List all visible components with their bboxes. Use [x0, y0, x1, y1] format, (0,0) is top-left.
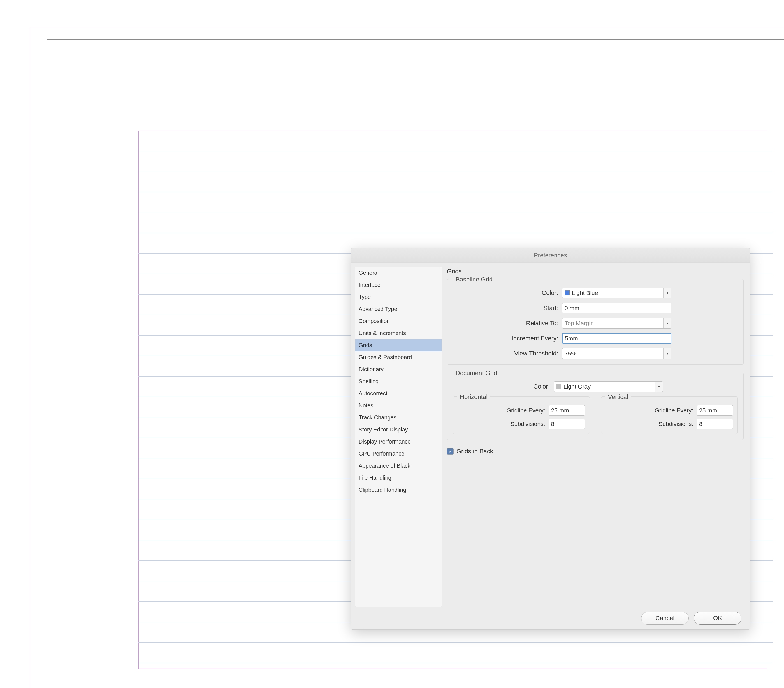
ok-button[interactable]: OK [694, 612, 741, 625]
baseline-grid-group: Baseline Grid Color: Light Blue ▾ Start: [447, 279, 744, 365]
sidebar-item-gpu-performance[interactable]: GPU Performance [355, 448, 441, 460]
docgrid-vertical-legend: Vertical [605, 392, 631, 402]
color-swatch-icon [565, 290, 570, 295]
vert-subdiv-value[interactable] [699, 419, 730, 429]
baseline-view-value: 75% [565, 350, 576, 357]
horiz-subdiv-value[interactable] [551, 419, 583, 429]
sidebar-item-notes[interactable]: Notes [355, 399, 441, 412]
horiz-subdiv-input[interactable] [548, 419, 585, 429]
sidebar-item-dictionary[interactable]: Dictionary [355, 363, 441, 375]
docgrid-horizontal-legend: Horizontal [457, 392, 490, 402]
baseline-relative-select[interactable]: Top Margin ▾ [562, 318, 671, 328]
dialog-title: Preferences [351, 248, 750, 263]
horiz-gridline-row: Gridline Every: [458, 405, 585, 416]
docgrid-color-row: Color: Light Gray ▾ [453, 381, 738, 392]
sidebar-item-guides-pasteboard[interactable]: Guides & Pasteboard [355, 351, 441, 363]
baseline-increment-row: Increment Every: [453, 333, 738, 344]
baseline-relative-value: Top Margin [565, 320, 594, 327]
baseline-start-input[interactable] [562, 303, 671, 313]
vert-gridline-row: Gridline Every: [606, 405, 733, 416]
checkbox-checked-icon[interactable]: ✓ [447, 448, 454, 455]
docgrid-horizontal-group: Horizontal Gridline Every: Subdivisions: [453, 396, 590, 434]
sidebar-item-autocorrect[interactable]: Autocorrect [355, 388, 441, 399]
sidebar-item-interface[interactable]: Interface [355, 279, 441, 291]
cancel-button-label: Cancel [656, 615, 674, 622]
chevron-down-icon: ▾ [663, 288, 671, 298]
baseline-relative-row: Relative To: Top Margin ▾ [453, 318, 738, 328]
document-grid-group: Document Grid Color: Light Gray ▾ Horizo… [447, 373, 744, 440]
baseline-start-label: Start: [453, 304, 562, 312]
sidebar-item-composition[interactable]: Composition [355, 315, 441, 327]
sidebar-item-display-performance[interactable]: Display Performance [355, 436, 441, 448]
sidebar-item-units-increments[interactable]: Units & Increments [355, 327, 441, 339]
horiz-gridline-input[interactable] [548, 405, 585, 416]
horiz-gridline-label: Gridline Every: [458, 407, 548, 414]
dialog-footer: Cancel OK [351, 607, 750, 629]
baseline-view-select[interactable]: 75% ▾ [562, 348, 671, 359]
sidebar-item-general[interactable]: General [355, 267, 441, 279]
chevron-down-icon: ▾ [663, 318, 671, 328]
document-grid-legend: Document Grid [453, 368, 500, 378]
horiz-subdiv-label: Subdivisions: [458, 421, 548, 427]
grids-panel: Grids Baseline Grid Color: Light Blue ▾ [447, 267, 746, 607]
dialog-title-text: Preferences [534, 252, 567, 259]
baseline-grid-legend: Baseline Grid [453, 275, 496, 284]
vert-gridline-label: Gridline Every: [606, 407, 697, 414]
baseline-view-row: View Threshold: 75% ▾ [453, 348, 738, 359]
docgrid-color-value: Light Gray [563, 383, 591, 390]
sidebar-item-clipboard-handling[interactable]: Clipboard Handling [355, 484, 441, 496]
chevron-down-icon: ▾ [655, 381, 663, 392]
grids-in-back-label: Grids in Back [456, 448, 493, 455]
baseline-color-value: Light Blue [572, 290, 598, 296]
grids-in-back-row[interactable]: ✓ Grids in Back [447, 448, 744, 455]
sidebar-item-grids[interactable]: Grids [355, 339, 441, 351]
docgrid-vertical-group: Vertical Gridline Every: Subdivisions: [601, 396, 738, 434]
cancel-button[interactable]: Cancel [641, 612, 689, 625]
vert-gridline-input[interactable] [697, 405, 733, 416]
vert-subdiv-row: Subdivisions: [606, 419, 733, 429]
dialog-body: GeneralInterfaceTypeAdvanced TypeComposi… [351, 263, 750, 607]
panel-heading: Grids [447, 268, 744, 275]
vert-subdiv-label: Subdivisions: [606, 421, 697, 427]
docgrid-color-select[interactable]: Light Gray ▾ [554, 381, 663, 392]
baseline-increment-value[interactable] [565, 333, 669, 343]
sidebar-item-track-changes[interactable]: Track Changes [355, 412, 441, 424]
sidebar-item-file-handling[interactable]: File Handling [355, 472, 441, 484]
baseline-color-row: Color: Light Blue ▾ [453, 288, 738, 298]
sidebar-item-spelling[interactable]: Spelling [355, 375, 441, 388]
baseline-color-label: Color: [453, 289, 562, 297]
preferences-categories-sidebar: GeneralInterfaceTypeAdvanced TypeComposi… [355, 267, 442, 607]
sidebar-item-type[interactable]: Type [355, 291, 441, 303]
preferences-dialog: Preferences GeneralInterfaceTypeAdvanced… [351, 248, 750, 630]
horiz-subdiv-row: Subdivisions: [458, 419, 585, 429]
baseline-color-select[interactable]: Light Blue ▾ [562, 288, 671, 298]
color-swatch-icon [556, 384, 561, 389]
sidebar-item-story-editor-display[interactable]: Story Editor Display [355, 424, 441, 436]
ok-button-label: OK [713, 615, 722, 622]
baseline-view-label: View Threshold: [453, 350, 562, 357]
baseline-increment-label: Increment Every: [453, 335, 562, 342]
baseline-start-row: Start: [453, 303, 738, 313]
baseline-start-value[interactable] [565, 303, 669, 313]
vert-gridline-value[interactable] [699, 406, 730, 416]
horiz-gridline-value[interactable] [551, 406, 583, 416]
vert-subdiv-input[interactable] [697, 419, 733, 429]
baseline-increment-input[interactable] [562, 333, 671, 344]
sidebar-item-advanced-type[interactable]: Advanced Type [355, 303, 441, 315]
docgrid-color-label: Color: [453, 383, 554, 390]
sidebar-item-appearance-of-black[interactable]: Appearance of Black [355, 460, 441, 472]
chevron-down-icon: ▾ [663, 348, 671, 358]
baseline-relative-label: Relative To: [453, 320, 562, 327]
